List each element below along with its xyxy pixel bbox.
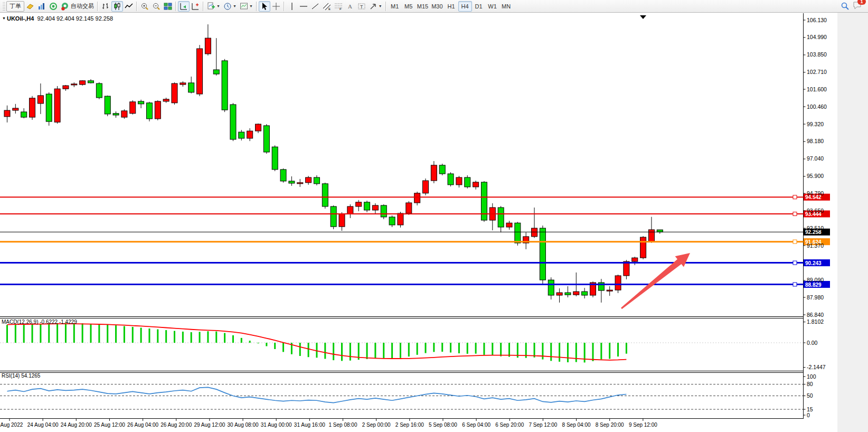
candle-body bbox=[205, 38, 211, 54]
indicators-icon bbox=[207, 2, 215, 11]
new-order-icon-button[interactable] bbox=[24, 1, 36, 12]
templates-button[interactable]: ▼ bbox=[238, 1, 254, 12]
macd-bar bbox=[241, 338, 242, 343]
macd-bar bbox=[500, 343, 502, 356]
macd-bar bbox=[115, 325, 117, 343]
timeframe-m30[interactable]: M30 bbox=[430, 1, 444, 12]
timeframe-mn[interactable]: MN bbox=[499, 1, 513, 12]
time-axis[interactable]: 3 Aug 202224 Aug 04:0024 Aug 20:0025 Aug… bbox=[0, 419, 657, 428]
macd-bar bbox=[492, 343, 493, 355]
indicators-button[interactable]: ▼ bbox=[205, 1, 222, 12]
time-axis-label: 6 Sep 04:00 bbox=[462, 422, 490, 428]
label-tool-button[interactable]: T bbox=[356, 1, 367, 12]
hline-handle[interactable] bbox=[793, 195, 797, 199]
macd-bar bbox=[282, 343, 284, 352]
candlestick-mode-button[interactable] bbox=[111, 1, 123, 12]
candle-body bbox=[163, 99, 169, 101]
arrows-tool-button[interactable]: ▼ bbox=[367, 1, 384, 12]
hline-handle[interactable] bbox=[793, 261, 797, 265]
candle-body bbox=[172, 83, 177, 103]
candle-body bbox=[322, 184, 328, 206]
candle-body bbox=[506, 223, 512, 227]
toolbar-grip[interactable] bbox=[3, 2, 5, 11]
macd-bar bbox=[207, 331, 209, 343]
text-tool-button[interactable]: A bbox=[344, 1, 356, 12]
auto-scroll-button[interactable] bbox=[178, 1, 190, 12]
macd-bar bbox=[56, 323, 58, 343]
notifications[interactable]: 1 bbox=[853, 1, 862, 12]
candle-body bbox=[30, 98, 35, 117]
candle-body bbox=[314, 177, 319, 184]
chart-shift-button[interactable] bbox=[190, 1, 201, 12]
candle-body bbox=[565, 293, 571, 295]
macd-bar bbox=[316, 343, 317, 358]
trendline-icon bbox=[311, 2, 319, 11]
timeframe-m15[interactable]: M15 bbox=[416, 1, 430, 12]
fibonacci-tool-button[interactable]: F bbox=[333, 1, 344, 12]
hline-handle[interactable] bbox=[793, 283, 797, 286]
candle-body bbox=[582, 292, 588, 295]
price-axis-label: 101.600 bbox=[807, 86, 827, 92]
macd-bar bbox=[626, 343, 627, 354]
signal-button[interactable] bbox=[48, 1, 59, 12]
tile-windows-button[interactable] bbox=[162, 1, 174, 12]
trend-arrow-annotation[interactable] bbox=[621, 253, 690, 309]
chart-title: ▼UKOil-,H4 92.404 92.404 92.145 92.258 bbox=[2, 15, 113, 22]
cursor-tool-button[interactable] bbox=[259, 1, 270, 12]
zoom-in-button[interactable] bbox=[139, 1, 150, 12]
timeframe-m1[interactable]: M1 bbox=[388, 1, 402, 12]
order-button-label: 丁单 bbox=[10, 2, 21, 10]
hline-handle[interactable] bbox=[793, 240, 797, 243]
candle-body bbox=[607, 290, 612, 291]
timeframe-w1[interactable]: W1 bbox=[486, 1, 499, 12]
horizontal-line-tool-button[interactable] bbox=[298, 1, 309, 12]
macd-bar bbox=[508, 343, 510, 357]
line-chart-icon bbox=[125, 2, 133, 11]
chart-expand-icon[interactable]: ▼ bbox=[2, 16, 6, 20]
macd-bar bbox=[600, 343, 602, 360]
chart-canvas[interactable]: 94.54293.44492.25891.62490.24388.829106.… bbox=[0, 0, 868, 432]
timeframe-h4[interactable]: H4 bbox=[458, 1, 472, 12]
price-axis-label: 102.710 bbox=[807, 69, 827, 75]
candle-body bbox=[88, 81, 94, 83]
timeframe-d1[interactable]: D1 bbox=[472, 1, 486, 12]
macd-bar bbox=[374, 343, 376, 359]
rsi-axis-label: 100 bbox=[807, 373, 816, 380]
zoom-out-button[interactable] bbox=[150, 1, 162, 12]
vertical-line-tool-button[interactable] bbox=[286, 1, 298, 12]
bar-chart-mode-button[interactable] bbox=[100, 1, 111, 12]
time-axis-label: 31 Aug 00:00 bbox=[261, 422, 292, 428]
periods-button[interactable]: ▼ bbox=[222, 1, 238, 12]
macd-bar bbox=[90, 324, 92, 343]
crosshair-tool-button[interactable] bbox=[270, 1, 282, 12]
candle-body bbox=[498, 208, 504, 227]
candle-body bbox=[21, 112, 27, 117]
macd-bar bbox=[215, 332, 217, 343]
macd-bar bbox=[383, 343, 384, 359]
macd-bar bbox=[40, 324, 41, 343]
macd-params: MACD(12,26,9) bbox=[2, 319, 38, 325]
chevron-down-icon: ▼ bbox=[233, 4, 237, 8]
market-watch-button[interactable] bbox=[36, 1, 48, 12]
timeframe-h1[interactable]: H1 bbox=[445, 1, 458, 12]
trendline-tool-button[interactable] bbox=[309, 1, 321, 12]
chart-shift-marker[interactable] bbox=[640, 15, 646, 19]
macd-bar bbox=[98, 324, 100, 343]
timeframe-m5[interactable]: M5 bbox=[402, 1, 416, 12]
search-icon[interactable] bbox=[841, 2, 850, 11]
rsi-value: 54.1265 bbox=[21, 373, 40, 379]
hline-handle[interactable] bbox=[793, 212, 797, 216]
price-axis-label: 99.320 bbox=[807, 121, 824, 127]
order-button[interactable]: 丁单 bbox=[6, 1, 24, 12]
macd-bar bbox=[441, 343, 443, 352]
channel-tool-button[interactable]: E bbox=[321, 1, 333, 12]
macd-bar bbox=[391, 343, 393, 359]
candle-body bbox=[389, 217, 395, 225]
line-chart-mode-button[interactable] bbox=[123, 1, 135, 12]
text-label-icon: T bbox=[357, 2, 366, 11]
rsi-indicator-label: RSI(14) 54.1265 bbox=[2, 373, 40, 379]
candle-body bbox=[364, 202, 370, 210]
macd-bar bbox=[65, 323, 67, 343]
candle-body bbox=[573, 292, 579, 295]
autotrade-button[interactable]: 自动交易 bbox=[59, 1, 96, 12]
